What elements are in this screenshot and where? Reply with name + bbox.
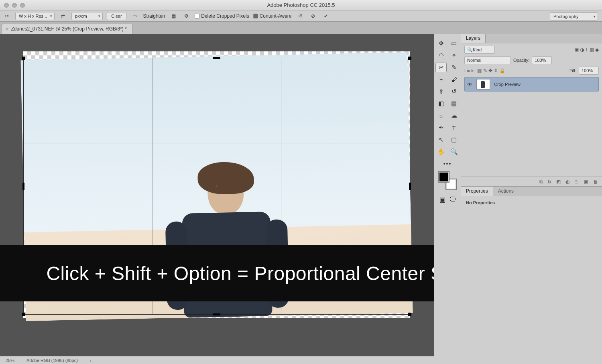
crop-center-icon: ✦ — [214, 183, 220, 189]
gradient-tool-icon[interactable]: ▤ — [448, 99, 460, 108]
window-titlebar: Adobe Photoshop CC 2015.5 — [0, 0, 602, 10]
close-tab-icon[interactable]: × — [6, 26, 8, 31]
layer-mask-icon[interactable]: ◩ — [556, 179, 561, 185]
document-tab-title: Zdunes2_0731.NEF @ 25% (Crop Preview, RG… — [11, 26, 126, 32]
eraser-tool-icon[interactable]: ◧ — [435, 99, 447, 108]
blend-mode-select[interactable]: Normal — [464, 56, 511, 64]
path-select-tool-icon[interactable]: ↖ — [435, 135, 447, 144]
color-swatches[interactable] — [439, 172, 456, 189]
opacity-field[interactable]: 100% — [532, 56, 552, 64]
crop-handle-tr[interactable] — [408, 57, 411, 60]
straighten-label[interactable]: Straighten — [143, 13, 165, 19]
visibility-toggle-icon[interactable]: 👁 — [467, 81, 472, 87]
lock-icons[interactable]: ▦ ✎ ✥ ⇕ 🔒 — [477, 68, 505, 73]
lock-label: Lock: — [464, 68, 475, 73]
hand-tool-icon[interactable]: ✋ — [435, 147, 447, 157]
properties-empty-text: No Properties — [466, 200, 597, 205]
adjustment-layer-icon[interactable]: ◐ — [565, 179, 569, 185]
doc-info[interactable]: Adobe RGB (1998) (8bpc) — [26, 358, 78, 363]
pen-tool-icon[interactable]: ✒ — [435, 123, 447, 132]
doc-info-chevron-icon[interactable]: › — [90, 358, 92, 363]
options-bar: ✂ W x H x Res... ⇄ px/cm Clear ▭ Straigh… — [0, 10, 602, 22]
layer-name[interactable]: Crop Preview — [494, 82, 521, 87]
crop-settings-icon[interactable]: ⚙ — [182, 12, 191, 20]
crop-ratio-select[interactable]: W x H x Res... — [15, 12, 55, 20]
group-icon[interactable]: 🗀 — [574, 179, 579, 185]
shape-tool-icon[interactable]: ▢ — [448, 135, 460, 144]
swap-dimensions-icon[interactable]: ⇄ — [59, 12, 67, 20]
layers-footer: ⧉ fx ◩ ◐ 🗀 ▣ 🗑 — [461, 177, 602, 186]
screen-mode-icon[interactable]: 🖵 — [449, 196, 456, 203]
properties-panel: Properties Actions No Properties — [461, 186, 602, 317]
layer-row[interactable]: 👁 Crop Preview — [464, 77, 599, 92]
dodge-tool-icon[interactable]: ☁ — [448, 111, 460, 120]
zoom-tool-icon[interactable]: 🔍 — [448, 147, 460, 157]
blur-tool-icon[interactable]: ○ — [435, 111, 447, 120]
delete-layer-icon[interactable]: 🗑 — [593, 179, 598, 185]
link-layers-icon[interactable]: ⧉ — [539, 179, 543, 185]
overlay-grid-icon[interactable]: ▦ — [169, 12, 178, 20]
crop-tool-icon[interactable]: ✂ — [2, 12, 11, 20]
reset-crop-icon[interactable]: ↺ — [296, 12, 305, 20]
lasso-tool-icon[interactable]: ◠ — [435, 51, 447, 60]
foreground-color-swatch[interactable] — [439, 172, 449, 182]
workspace-select[interactable]: Photography — [550, 12, 598, 20]
resolution-unit-select[interactable]: px/cm — [71, 12, 103, 20]
magic-wand-tool-icon[interactable]: ✧ — [448, 51, 460, 60]
layer-fx-icon[interactable]: fx — [548, 179, 551, 185]
tutorial-banner-text: Click + Shift + Option = Proportional Ce… — [46, 262, 434, 285]
crop-handle-bl[interactable] — [22, 313, 25, 316]
crop-handle-b[interactable] — [213, 313, 220, 315]
more-tools-icon[interactable]: ••• — [443, 161, 452, 167]
layer-thumbnail[interactable] — [476, 79, 490, 89]
crop-handle-r[interactable] — [409, 183, 411, 190]
crop-handle-l[interactable] — [22, 183, 24, 190]
slice-tool-icon[interactable]: ✎ — [448, 63, 460, 72]
status-bar: 25% Adobe RGB (1998) (8bpc) › — [0, 356, 434, 364]
clone-tool-icon[interactable]: ⇪ — [435, 87, 447, 96]
layer-filter-icons[interactable]: ▣ ◑ T ▦ ◆ — [574, 47, 599, 53]
cancel-crop-icon[interactable]: ⊘ — [309, 12, 317, 20]
delete-cropped-checkbox[interactable]: Delete Cropped Pixels — [195, 13, 249, 19]
eyedropper-tool-icon[interactable]: ⌁ — [435, 75, 447, 84]
app-title: Adobe Photoshop CC 2015.5 — [0, 2, 602, 8]
opacity-label: Opacity: — [513, 58, 529, 63]
tutorial-banner: Click + Shift + Option = Proportional Ce… — [0, 245, 434, 301]
fill-label: Fill: — [569, 68, 576, 73]
layer-filter-select[interactable]: 🔍 Kind — [464, 46, 495, 54]
tab-properties[interactable]: Properties — [461, 187, 493, 196]
crop-handle-br[interactable] — [408, 313, 411, 316]
zoom-level[interactable]: 25% — [6, 358, 14, 363]
tools-panel: ✥▭ ◠✧ ✂✎ ⌁🖌 ⇪↺ ◧▤ ○☁ ✒T ↖▢ ✋🔍 ••• ▣ 🖵 — [434, 34, 461, 364]
quick-mask-icon[interactable]: ▣ — [439, 196, 445, 203]
marquee-tool-icon[interactable]: ▭ — [448, 39, 460, 48]
tab-layers[interactable]: Layers — [461, 34, 486, 43]
type-tool-icon[interactable]: T — [448, 123, 460, 132]
tab-actions[interactable]: Actions — [493, 187, 519, 196]
new-layer-icon[interactable]: ▣ — [584, 179, 588, 185]
clear-button[interactable]: Clear — [107, 12, 126, 20]
straighten-icon[interactable]: ▭ — [130, 12, 139, 20]
content-aware-checkbox[interactable]: Content-Aware — [253, 13, 292, 19]
commit-crop-icon[interactable]: ✔ — [321, 12, 330, 20]
crop-handle-tl[interactable] — [22, 57, 25, 60]
layers-panel: Layers 🔍 Kind ▣ ◑ T ▦ ◆ Normal Opacity: … — [461, 34, 602, 186]
document-tab[interactable]: × Zdunes2_0731.NEF @ 25% (Crop Preview, … — [2, 24, 133, 34]
brush-tool-icon[interactable]: 🖌 — [448, 75, 460, 84]
history-brush-tool-icon[interactable]: ↺ — [448, 87, 460, 96]
crop-handle-t[interactable] — [213, 57, 220, 59]
crop-tool-icon[interactable]: ✂ — [435, 63, 447, 72]
fill-field[interactable]: 100% — [579, 67, 599, 75]
move-tool-icon[interactable]: ✥ — [435, 39, 447, 48]
document-tab-bar: × Zdunes2_0731.NEF @ 25% (Crop Preview, … — [0, 22, 602, 34]
canvas-area[interactable]: ✦ Click + Shift + Option = Proportional … — [0, 34, 434, 364]
